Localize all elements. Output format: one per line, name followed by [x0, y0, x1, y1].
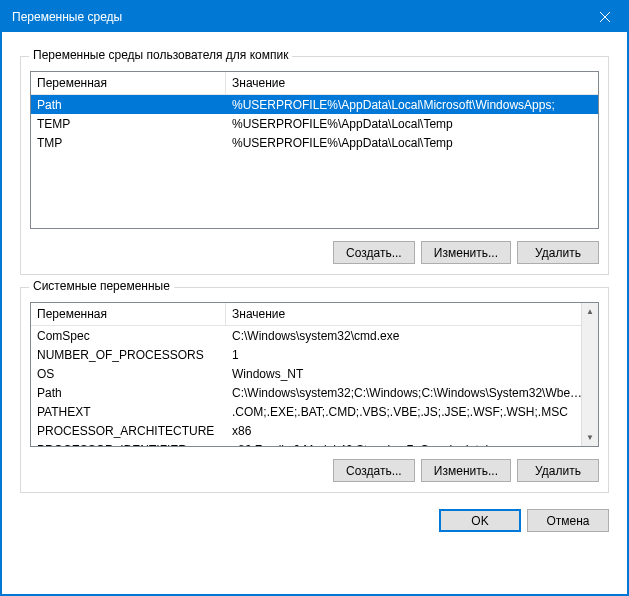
dialog-content: Переменные среды пользователя для компик… — [2, 32, 627, 544]
user-table-header: Переменная Значение — [31, 72, 598, 95]
cell-value: %USERPROFILE%\AppData\Local\Temp — [226, 134, 598, 152]
table-row[interactable]: Path %USERPROFILE%\AppData\Local\Microso… — [31, 95, 598, 114]
table-row[interactable]: Path C:\Windows\system32;C:\Windows;C:\W… — [31, 383, 598, 402]
close-icon — [600, 12, 610, 22]
system-variables-group: Системные переменные Переменная Значение… — [20, 287, 609, 493]
system-scrollbar[interactable]: ▲ ▼ — [581, 303, 598, 446]
system-button-row: Создать... Изменить... Удалить — [30, 459, 599, 482]
cell-variable: Path — [31, 96, 226, 114]
system-create-button[interactable]: Создать... — [333, 459, 415, 482]
table-row[interactable]: TMP %USERPROFILE%\AppData\Local\Temp — [31, 133, 598, 152]
cell-variable: OS — [31, 365, 226, 383]
close-button[interactable] — [582, 2, 627, 32]
cell-variable: ComSpec — [31, 327, 226, 345]
scroll-down-icon[interactable]: ▼ — [582, 429, 598, 446]
table-row[interactable]: PROCESSOR_IDENTIFIER x86 Family 6 Model … — [31, 440, 598, 447]
user-button-row: Создать... Изменить... Удалить — [30, 241, 599, 264]
system-delete-button[interactable]: Удалить — [517, 459, 599, 482]
user-variables-table: Переменная Значение Path %USERPROFILE%\A… — [30, 71, 599, 229]
table-row[interactable]: PROCESSOR_ARCHITECTURE x86 — [31, 421, 598, 440]
user-group-label: Переменные среды пользователя для компик — [29, 48, 292, 62]
cancel-button[interactable]: Отмена — [527, 509, 609, 532]
user-delete-button[interactable]: Удалить — [517, 241, 599, 264]
window-title: Переменные среды — [12, 10, 122, 24]
cell-value: .COM;.EXE;.BAT;.CMD;.VBS;.VBE;.JS;.JSE;.… — [226, 403, 598, 421]
user-variables-group: Переменные среды пользователя для компик… — [20, 56, 609, 275]
cell-variable: Path — [31, 384, 226, 402]
user-table-body: Path %USERPROFILE%\AppData\Local\Microso… — [31, 95, 598, 152]
cell-value: C:\Windows\system32\cmd.exe — [226, 327, 598, 345]
column-header-value[interactable]: Значение — [226, 72, 598, 94]
cell-value: x86 Family 6 Model 42 Stepping 7, Genuin… — [226, 441, 598, 448]
cell-value: %USERPROFILE%\AppData\Local\Microsoft\Wi… — [226, 96, 598, 114]
table-row[interactable]: TEMP %USERPROFILE%\AppData\Local\Temp — [31, 114, 598, 133]
table-row[interactable]: NUMBER_OF_PROCESSORS 1 — [31, 345, 598, 364]
column-header-variable[interactable]: Переменная — [31, 303, 226, 325]
titlebar: Переменные среды — [2, 2, 627, 32]
cell-value: x86 — [226, 422, 598, 440]
scroll-track[interactable] — [582, 320, 598, 429]
system-edit-button[interactable]: Изменить... — [421, 459, 511, 482]
system-variables-table: Переменная Значение ComSpec C:\Windows\s… — [30, 302, 599, 447]
scroll-up-icon[interactable]: ▲ — [582, 303, 598, 320]
dialog-button-row: OK Отмена — [20, 509, 609, 532]
cell-value: 1 — [226, 346, 598, 364]
cell-variable: PATHEXT — [31, 403, 226, 421]
cell-variable: PROCESSOR_IDENTIFIER — [31, 441, 226, 448]
ok-button[interactable]: OK — [439, 509, 521, 532]
system-table-body: ComSpec C:\Windows\system32\cmd.exe NUMB… — [31, 326, 598, 447]
cell-variable: TMP — [31, 134, 226, 152]
table-row[interactable]: ComSpec C:\Windows\system32\cmd.exe — [31, 326, 598, 345]
cell-value: Windows_NT — [226, 365, 598, 383]
system-table-header: Переменная Значение — [31, 303, 598, 326]
table-row[interactable]: PATHEXT .COM;.EXE;.BAT;.CMD;.VBS;.VBE;.J… — [31, 402, 598, 421]
column-header-variable[interactable]: Переменная — [31, 72, 226, 94]
user-edit-button[interactable]: Изменить... — [421, 241, 511, 264]
column-header-value[interactable]: Значение — [226, 303, 598, 325]
table-row[interactable]: OS Windows_NT — [31, 364, 598, 383]
cell-variable: NUMBER_OF_PROCESSORS — [31, 346, 226, 364]
user-create-button[interactable]: Создать... — [333, 241, 415, 264]
cell-variable: TEMP — [31, 115, 226, 133]
cell-value: %USERPROFILE%\AppData\Local\Temp — [226, 115, 598, 133]
cell-variable: PROCESSOR_ARCHITECTURE — [31, 422, 226, 440]
cell-value: C:\Windows\system32;C:\Windows;C:\Window… — [226, 384, 598, 402]
system-group-label: Системные переменные — [29, 279, 174, 293]
